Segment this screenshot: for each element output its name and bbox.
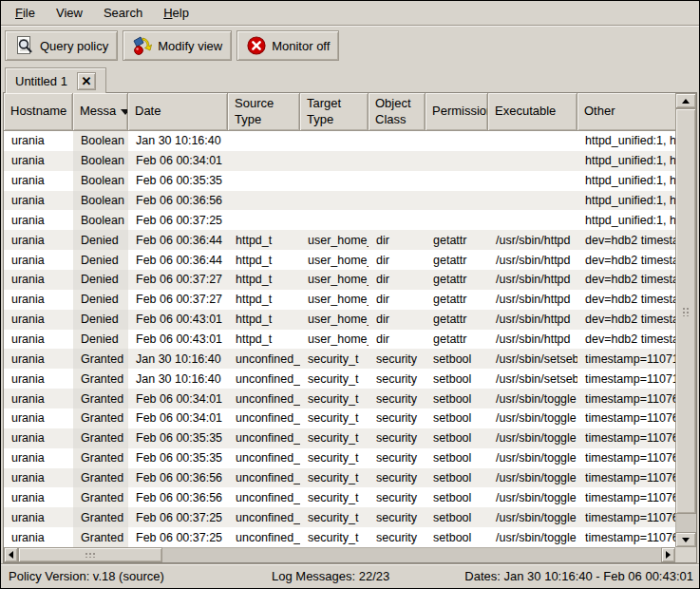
modify-view-button[interactable]: Modify view [123, 30, 232, 61]
scroll-left-icon [9, 551, 13, 559]
table-row[interactable]: urania Boolean Feb 06 00:37:25 httpd_uni… [4, 210, 675, 230]
horizontal-scrollbar-thumb[interactable] [18, 547, 162, 562]
cell-target-type: security_t [300, 389, 369, 408]
cell-permission: setbool [426, 428, 488, 448]
column-header-hostname[interactable]: Hostname [4, 93, 73, 131]
column-header-target-type[interactable]: Target Type [300, 93, 369, 131]
dates-status: Dates: Jan 30 10:16:40 - Feb 06 00:43:01 [464, 569, 699, 583]
cell-permission: setbool [426, 487, 488, 507]
cell-object-class: security [369, 448, 426, 468]
cell-executable: /usr/sbin/toggle [488, 408, 577, 428]
cell-source-type: unconfined_ [228, 428, 300, 448]
cell-other: dev=hdb2 timesta [577, 250, 675, 270]
table-row[interactable]: urania Denied Feb 06 00:43:01 httpd_t us… [4, 330, 675, 350]
table-row[interactable]: urania Granted Feb 06 00:34:01 unconfine… [4, 408, 675, 428]
table-row[interactable]: urania Granted Feb 06 00:37:25 unconfine… [4, 527, 675, 547]
cell-date: Feb 06 00:37:25 [128, 210, 228, 230]
cell-hostname: urania [4, 527, 73, 547]
column-header-date[interactable]: Date [128, 93, 228, 131]
table-row[interactable]: urania Granted Jan 30 10:16:40 unconfine… [4, 349, 675, 369]
cell-target-type: security_t [300, 408, 369, 428]
cell-other: httpd_unified:1, h [577, 131, 675, 151]
menu-help[interactable]: Help [153, 1, 199, 25]
cell-executable: /usr/sbin/toggle [488, 428, 577, 448]
cell-other: timestamp=11076 [577, 527, 675, 547]
cell-permission: setbool [426, 448, 488, 468]
cell-object-class [369, 191, 426, 211]
cell-source-type: httpd_t [228, 270, 300, 290]
cell-date: Feb 06 00:36:44 [128, 250, 228, 270]
tab-untitled-1[interactable]: Untitled 1 ✕ [5, 67, 106, 93]
modify-view-icon [132, 35, 153, 56]
cell-source-type [228, 191, 300, 211]
column-header-object-class[interactable]: Object Class [369, 93, 426, 131]
column-header-executable[interactable]: Executable [488, 93, 577, 131]
policy-version-status: Policy Version: v.18 (source) [1, 569, 267, 583]
table-row[interactable]: urania Granted Feb 06 00:36:56 unconfine… [4, 468, 675, 488]
table-row[interactable]: urania Granted Feb 06 00:35:35 unconfine… [4, 448, 675, 468]
cell-permission: setbool [426, 468, 488, 488]
table-row[interactable]: urania Boolean Feb 06 00:36:56 httpd_uni… [4, 191, 675, 211]
menu-search[interactable]: Search [93, 1, 153, 25]
cell-date: Feb 06 00:34:01 [128, 408, 228, 428]
cell-message: Boolean [73, 210, 128, 230]
cell-executable: /usr/sbin/toggle [488, 389, 577, 408]
horizontal-scrollbar[interactable] [4, 547, 675, 562]
scroll-down-button[interactable] [675, 532, 696, 547]
cell-message: Denied [73, 270, 128, 290]
cell-object-class [369, 131, 426, 151]
cell-message: Granted [73, 389, 128, 408]
tab-close-button[interactable]: ✕ [77, 72, 96, 90]
cell-source-type: httpd_t [228, 250, 300, 270]
cell-target-type: user_home_ [300, 290, 369, 310]
column-header-source-type[interactable]: Source Type [228, 93, 300, 131]
cell-target-type [300, 210, 369, 230]
table-row[interactable]: urania Granted Feb 06 00:37:25 unconfine… [4, 507, 675, 527]
table-row[interactable]: urania Denied Feb 06 00:43:01 httpd_t us… [4, 310, 675, 330]
cell-hostname: urania [4, 448, 73, 468]
scroll-up-button[interactable] [675, 93, 696, 108]
cell-date: Feb 06 00:37:27 [128, 290, 228, 310]
cell-source-type: httpd_t [228, 230, 300, 250]
table-row[interactable]: urania Granted Feb 06 00:35:35 unconfine… [4, 428, 675, 448]
menu-view[interactable]: View [46, 1, 93, 25]
cell-message: Denied [73, 330, 128, 350]
scroll-right-button[interactable] [661, 547, 675, 562]
table-row[interactable]: urania Denied Feb 06 00:37:27 httpd_t us… [4, 270, 675, 290]
cell-executable: /usr/sbin/httpd [488, 330, 577, 350]
table-row[interactable]: urania Boolean Jan 30 10:16:40 httpd_uni… [4, 131, 675, 151]
table-row[interactable]: urania Denied Feb 06 00:36:44 httpd_t us… [4, 230, 675, 250]
column-header-permission[interactable]: Permission [426, 93, 488, 131]
cell-object-class: dir [369, 270, 426, 290]
vertical-scrollbar-track[interactable] [675, 108, 696, 532]
menu-help-label: elp [173, 6, 189, 20]
table-row[interactable]: urania Denied Feb 06 00:37:27 httpd_t us… [4, 290, 675, 310]
menu-file[interactable]: File [5, 1, 46, 25]
column-header-message[interactable]: Messa [73, 93, 128, 131]
table-row[interactable]: urania Boolean Feb 06 00:35:35 httpd_uni… [4, 171, 675, 191]
table-row[interactable]: urania Granted Feb 06 00:34:01 unconfine… [4, 389, 675, 408]
cell-target-type: security_t [300, 507, 369, 527]
cell-permission: setbool [426, 369, 488, 389]
cell-message: Granted [73, 349, 128, 369]
scroll-left-button[interactable] [4, 547, 18, 562]
cell-hostname: urania [4, 507, 73, 527]
query-policy-button[interactable]: Query policy [5, 30, 118, 61]
cell-permission: setbool [426, 349, 488, 369]
cell-other: timestamp=11076 [577, 428, 675, 448]
cell-other: httpd_unified:1, h [577, 191, 675, 211]
cell-target-type [300, 171, 369, 191]
vertical-scrollbar-thumb[interactable] [675, 108, 696, 514]
monitor-off-button[interactable]: Monitor off [236, 30, 339, 61]
cell-hostname: urania [4, 151, 73, 171]
cell-object-class: security [369, 507, 426, 527]
table-row[interactable]: urania Denied Feb 06 00:36:44 httpd_t us… [4, 250, 675, 270]
table-row[interactable]: urania Boolean Feb 06 00:34:01 httpd_uni… [4, 151, 675, 171]
table-row[interactable]: urania Granted Jan 30 10:16:40 unconfine… [4, 369, 675, 389]
cell-executable: /usr/sbin/httpd [488, 250, 577, 270]
cell-permission [426, 210, 488, 230]
table-row[interactable]: urania Granted Feb 06 00:36:56 unconfine… [4, 487, 675, 507]
vertical-scrollbar[interactable] [675, 93, 696, 547]
cell-object-class: security [369, 369, 426, 389]
cell-hostname: urania [4, 191, 73, 211]
